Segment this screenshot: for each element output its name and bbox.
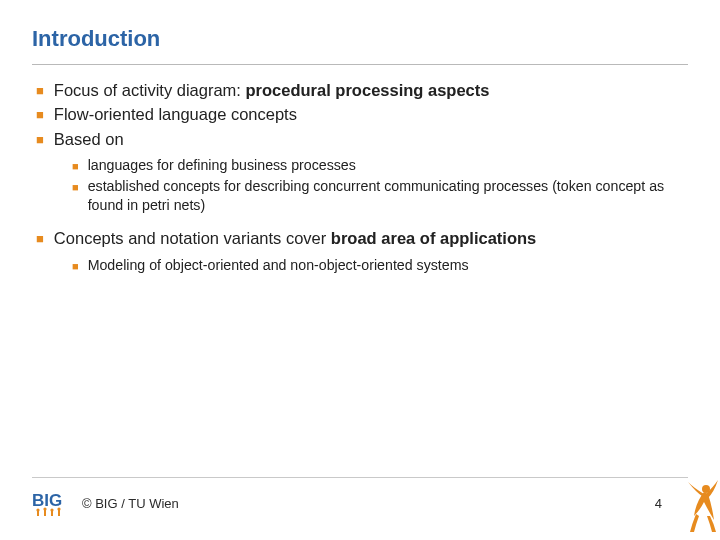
big-logo-icon: BIG (32, 488, 72, 518)
list-item-text: Flow-oriented language concepts (54, 103, 297, 125)
list-item: ■ Modeling of object-oriented and non-ob… (72, 256, 684, 275)
footer-left: BIG © BIG / TU Wien (32, 488, 179, 518)
text-bold: broad area of applications (331, 229, 536, 247)
list-item-text: established concepts for describing conc… (88, 177, 684, 215)
content: ■ Focus of activity diagram: procedural … (0, 65, 720, 287)
slide: Introduction ■ Focus of activity diagram… (0, 0, 720, 540)
list-item: ■ Concepts and notation variants cover b… (36, 227, 684, 249)
svg-text:BIG: BIG (32, 491, 62, 510)
bullet-list: ■ Concepts and notation variants cover b… (36, 227, 684, 249)
square-bullet-icon: ■ (36, 230, 44, 248)
svg-rect-6 (51, 511, 53, 516)
list-item: ■ established concepts for describing co… (72, 177, 684, 215)
page-title: Introduction (32, 26, 688, 52)
list-item: ■ Based on (36, 128, 684, 150)
footer-divider (32, 477, 688, 478)
list-item-text: Based on (54, 128, 124, 150)
list-item-text: languages for defining business processe… (88, 156, 356, 175)
square-bullet-icon: ■ (36, 131, 44, 149)
list-item-text: Focus of activity diagram: procedural pr… (54, 79, 490, 101)
list-item-text: Concepts and notation variants cover bro… (54, 227, 536, 249)
title-block: Introduction (0, 0, 720, 58)
square-bullet-icon: ■ (72, 180, 79, 195)
svg-rect-4 (44, 510, 46, 516)
copyright-text: © BIG / TU Wien (82, 496, 179, 511)
list-item: ■ Flow-oriented language concepts (36, 103, 684, 125)
square-bullet-icon: ■ (72, 259, 79, 274)
text-run: Concepts and notation variants cover (54, 229, 331, 247)
list-item-text: Modeling of object-oriented and non-obje… (88, 256, 469, 275)
text-run: Focus of activity diagram: (54, 81, 246, 99)
dancer-icon (684, 480, 720, 532)
text-bold: procedural processing aspects (246, 81, 490, 99)
footer-row: BIG © BIG / TU Wien 4 (32, 488, 688, 518)
bullet-sublist: ■ languages for defining business proces… (36, 152, 684, 228)
square-bullet-icon: ■ (36, 82, 44, 100)
square-bullet-icon: ■ (36, 106, 44, 124)
svg-rect-8 (58, 510, 60, 516)
bullet-sublist: ■ Modeling of object-oriented and non-ob… (36, 252, 684, 287)
footer: BIG © BIG / TU Wien 4 (32, 477, 688, 518)
square-bullet-icon: ■ (72, 159, 79, 174)
list-item: ■ Focus of activity diagram: procedural … (36, 79, 684, 101)
svg-rect-2 (37, 511, 39, 516)
list-item: ■ languages for defining business proces… (72, 156, 684, 175)
page-number: 4 (655, 496, 662, 511)
bullet-list: ■ Focus of activity diagram: procedural … (36, 79, 684, 150)
